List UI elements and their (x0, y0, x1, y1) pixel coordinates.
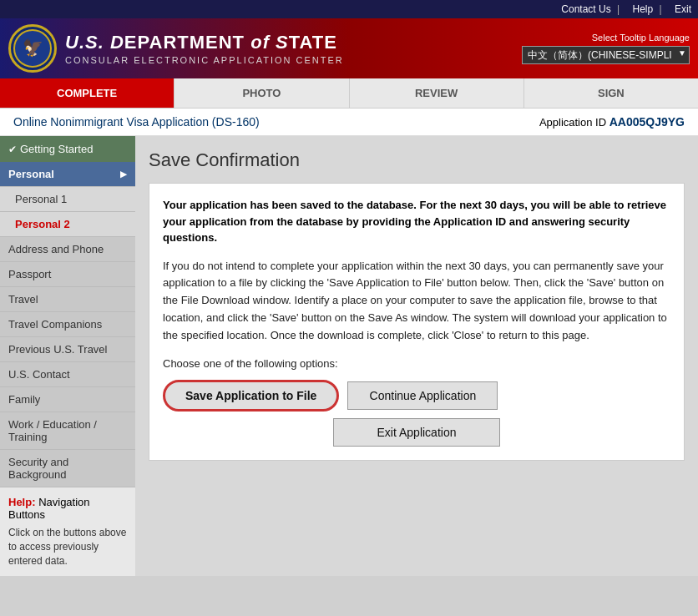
personal-arrow: ▶ (120, 169, 127, 179)
app-id-bar: Online Nonimmigrant Visa Application (DS… (0, 109, 698, 136)
sidebar-getting-started[interactable]: ✔ Getting Started (0, 136, 135, 162)
sidebar-item-work[interactable]: Work / Education / Training (0, 412, 135, 450)
exit-link[interactable]: Exit (675, 3, 691, 15)
family-label: Family (8, 393, 40, 406)
language-wrapper[interactable]: 中文（简体）(CHINESE-SIMPLI (522, 46, 690, 64)
help-title: Help: Navigation Buttons (8, 496, 127, 521)
info-box: Your application has been saved to the d… (149, 183, 685, 461)
button-row-1: Save Application to File Continue Applic… (163, 380, 670, 412)
app-id-section: Application ID AA005QJ9YG (539, 115, 685, 129)
sidebar-item-us-contact[interactable]: U.S. Contact (0, 362, 135, 387)
tooltip-language-label: Select Tooltip Language (592, 33, 690, 43)
svg-text:🦅: 🦅 (23, 38, 43, 58)
top-bar: Contact Us | Help | Exit (0, 0, 698, 18)
dept-subtitle: CONSULAR ELECTRONIC APPLICATION CENTER (65, 55, 344, 65)
dept-name: U.S. DEPARTMENT of STATE (65, 32, 344, 53)
seal-icon: 🦅 (8, 24, 57, 73)
contact-us-link[interactable]: Contact Us (561, 3, 610, 15)
help-label: Help: (8, 496, 36, 508)
address-label: Address and Phone (8, 243, 104, 255)
exit-application-button[interactable]: Exit Application (333, 418, 500, 447)
sidebar-item-previous-travel[interactable]: Previous U.S. Travel (0, 337, 135, 362)
personal-label: Personal (8, 168, 54, 180)
app-id-label: Application ID (539, 116, 606, 129)
tab-photo[interactable]: PHOTO (174, 78, 349, 108)
travel-label: Travel (8, 293, 38, 305)
passport-label: Passport (8, 268, 51, 280)
work-label: Work / Education / Training (8, 418, 127, 443)
page-title: Save Confirmation (149, 149, 685, 171)
sidebar-item-personal2[interactable]: Personal 2 (0, 212, 135, 237)
sidebar-item-family[interactable]: Family (0, 387, 135, 412)
main-layout: ✔ Getting Started Personal ▶ Personal 1 … (0, 136, 698, 576)
choose-text: Choose one of the following options: (163, 357, 670, 370)
continue-application-button[interactable]: Continue Application (347, 381, 498, 410)
sidebar-item-travel-companions[interactable]: Travel Companions (0, 312, 135, 337)
us-contact-label: U.S. Contact (8, 368, 70, 381)
help-text: Click on the buttons above to access pre… (8, 526, 127, 568)
check-icon: ✔ (8, 144, 17, 155)
sidebar-item-passport[interactable]: Passport (0, 262, 135, 287)
tab-nav: COMPLETE PHOTO REVIEW SIGN (0, 78, 698, 109)
language-select[interactable]: 中文（简体）(CHINESE-SIMPLI (522, 46, 690, 64)
content-area: Save Confirmation Your application has b… (135, 136, 698, 576)
personal1-label: Personal 1 (15, 193, 67, 205)
sidebar-item-personal[interactable]: Personal ▶ (0, 162, 135, 187)
app-id-value: AA005QJ9YG (609, 115, 685, 129)
tab-review[interactable]: REVIEW (350, 78, 524, 108)
header: 🦅 U.S. DEPARTMENT of STATE CONSULAR ELEC… (0, 18, 698, 78)
getting-started-label: Getting Started (20, 143, 93, 155)
previous-travel-label: Previous U.S. Travel (8, 343, 108, 356)
save-application-button[interactable]: Save Application to File (163, 380, 339, 412)
sidebar-item-address[interactable]: Address and Phone (0, 237, 135, 262)
separator2: | (660, 3, 662, 15)
button-row-2: Exit Application (163, 418, 670, 447)
personal2-label: Personal 2 (15, 218, 70, 230)
agency-name: U.S. DEPARTMENT of STATE CONSULAR ELECTR… (65, 32, 344, 65)
bold-message: Your application has been saved to the d… (163, 197, 670, 246)
tab-sign[interactable]: SIGN (524, 78, 698, 108)
header-right: Select Tooltip Language 中文（简体）(CHINESE-S… (522, 33, 690, 64)
help-link[interactable]: Help (632, 3, 653, 15)
form-name: Online Nonimmigrant Visa Application (DS… (13, 115, 260, 129)
info-text: If you do not intend to complete your ap… (163, 258, 670, 345)
separator1: | (617, 3, 620, 15)
sidebar: ✔ Getting Started Personal ▶ Personal 1 … (0, 136, 135, 576)
sidebar-item-travel[interactable]: Travel (0, 287, 135, 312)
sidebar-item-personal1[interactable]: Personal 1 (0, 187, 135, 212)
header-left: 🦅 U.S. DEPARTMENT of STATE CONSULAR ELEC… (8, 24, 344, 73)
travel-companions-label: Travel Companions (8, 318, 102, 331)
security-label: Security and Background (8, 456, 127, 481)
tab-complete[interactable]: COMPLETE (0, 78, 174, 108)
sidebar-item-security[interactable]: Security and Background (0, 450, 135, 487)
help-box: Help: Navigation Buttons Click on the bu… (0, 487, 135, 576)
